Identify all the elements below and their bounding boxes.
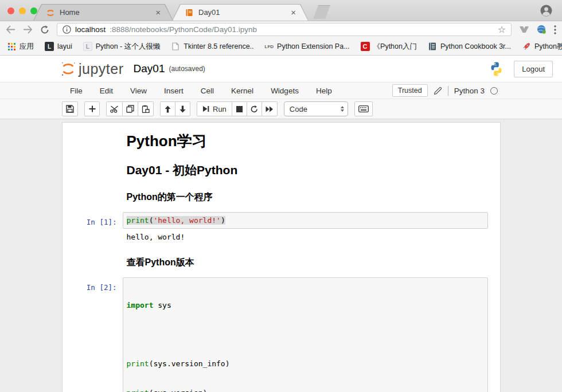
tab-title: Home — [60, 8, 151, 17]
bookmark-layui[interactable]: L layui — [45, 42, 72, 51]
keyboard-icon — [358, 105, 369, 112]
url-host: localhost — [75, 25, 106, 34]
cut-cell-button[interactable] — [106, 101, 123, 116]
fast-forward-icon — [266, 106, 274, 112]
run-label: Run — [213, 105, 227, 113]
command-palette-button[interactable] — [354, 101, 373, 116]
menu-insert[interactable]: Insert — [155, 87, 192, 95]
output-prompt — [63, 230, 123, 242]
tab-day01[interactable]: Day01 × — [172, 4, 309, 21]
restart-kernel-button[interactable] — [247, 101, 262, 116]
floppy-icon — [66, 105, 74, 113]
bookmark-python-extension[interactable]: LFD Python Extension Pa... — [265, 42, 350, 51]
notebook-menubar: File Edit View Insert Cell Kernel Widget… — [0, 82, 562, 99]
bookmarks-bar: 应用 L layui L Python - 这个人很懒 Tkinter 8.5 … — [0, 38, 562, 56]
bookmark-tkinter[interactable]: Tkinter 8.5 reference.. — [171, 42, 253, 51]
bookmark-python-blog[interactable]: L Python - 这个人很懒 — [83, 42, 161, 52]
select-spinner-icon — [341, 106, 344, 112]
url-bar[interactable]: localhost:8888/notebooks/PythonCode/Day0… — [57, 23, 512, 36]
tab-close-icon[interactable]: × — [291, 8, 296, 17]
restart-run-all-button[interactable] — [262, 101, 278, 116]
extension-v-icon[interactable] — [519, 26, 529, 33]
extension-globe-icon[interactable] — [537, 25, 547, 34]
bookmark-label: Tkinter 8.5 reference.. — [184, 42, 253, 50]
tab-title: Day01 — [198, 8, 286, 17]
jupyter-header: jupyter Day01 (autosaved) Logout — [0, 56, 562, 82]
code-line: print(sys.version_info) — [127, 359, 484, 369]
lfd-icon: LFD — [265, 42, 274, 51]
back-icon[interactable] — [6, 25, 15, 34]
new-tab-button[interactable] — [313, 5, 330, 19]
bookmark-python-cookbook[interactable]: Python Cookbook 3r... — [428, 42, 511, 51]
scissors-icon — [110, 105, 119, 113]
bookmark-star-icon[interactable]: ☆ — [498, 24, 506, 35]
bookmark-label: Python Extension Pa... — [277, 42, 349, 50]
menu-view[interactable]: View — [122, 87, 155, 95]
apps-grid-icon — [7, 42, 16, 51]
copy-cell-button[interactable] — [122, 101, 138, 116]
forward-icon[interactable] — [23, 25, 33, 34]
code-cell-1: In [1]: print('hello, world!') — [63, 212, 500, 229]
plus-icon — [89, 105, 96, 112]
notebook-page: Python学习 Day01 - 初始Python Python的第一个程序 I… — [62, 122, 501, 392]
logout-button[interactable]: Logout — [514, 61, 553, 77]
page-info-icon[interactable] — [63, 25, 71, 34]
tab-home[interactable]: Home × — [33, 4, 173, 21]
url-path: :8888/notebooks/PythonCode/Day01.ipynb — [110, 25, 493, 34]
menu-widgets[interactable]: Widgets — [262, 87, 307, 95]
jupyter-wordmark: jupyter — [79, 62, 124, 77]
bookmark-label: Python教程 — [534, 42, 562, 52]
code-input-area[interactable]: print('hello, world!') — [123, 212, 488, 229]
markdown-heading-1: Python学习 — [63, 132, 500, 150]
edit-title-pencil-icon[interactable] — [434, 87, 442, 95]
bookmark-label: Python Cookbook 3r... — [440, 42, 511, 50]
run-cell-button[interactable]: Run — [197, 101, 232, 116]
reload-icon[interactable] — [40, 25, 49, 34]
paste-cell-button[interactable] — [138, 101, 154, 116]
save-button[interactable] — [62, 101, 78, 116]
cell-type-select[interactable]: Code — [284, 101, 348, 116]
jupyter-logo[interactable]: jupyter — [60, 60, 124, 77]
bookmark-python-intro[interactable]: C 《Python入门 — [361, 42, 417, 52]
paste-icon — [142, 105, 150, 113]
jupyter-logo-icon — [60, 60, 77, 77]
notebook-title[interactable]: Day01 — [134, 62, 165, 75]
notebook-scroll-area[interactable]: Python学习 Day01 - 初始Python Python的第一个程序 I… — [0, 119, 562, 392]
move-cell-up-button[interactable] — [160, 101, 175, 116]
input-prompt: In [2]: — [63, 277, 123, 392]
interrupt-kernel-button[interactable] — [232, 101, 247, 116]
profile-avatar-icon[interactable] — [540, 5, 552, 17]
trusted-button[interactable]: Trusted — [392, 84, 428, 97]
tab-close-icon[interactable]: × — [155, 8, 161, 17]
menu-edit[interactable]: Edit — [91, 87, 122, 95]
page-icon — [171, 42, 180, 51]
autosave-status: (autosaved) — [169, 65, 205, 73]
browser-menu-icon[interactable] — [554, 25, 556, 34]
code-line: import sys — [127, 300, 484, 310]
output-text: hello, world! — [123, 230, 185, 242]
book-cover-icon — [428, 42, 437, 51]
stop-icon — [236, 106, 243, 112]
menu-file[interactable]: File — [62, 87, 91, 95]
bookmark-python-tutorial[interactable]: Python教程 — [522, 42, 562, 52]
arrow-down-icon — [179, 105, 186, 113]
bookmark-label: Python - 这个人很懒 — [96, 42, 161, 52]
close-window-button[interactable] — [7, 7, 14, 14]
output-area-1: hello, world! — [63, 230, 500, 242]
code-cell-2: In [2]: import sys print(sys.version_inf… — [63, 277, 500, 392]
arrow-up-icon — [165, 105, 171, 113]
input-prompt: In [1]: — [63, 212, 123, 229]
menu-kernel[interactable]: Kernel — [223, 87, 262, 95]
menu-cell[interactable]: Cell — [192, 87, 223, 95]
add-cell-button[interactable] — [84, 101, 100, 116]
minimize-window-button[interactable] — [19, 7, 26, 14]
code-input-area[interactable]: import sys print(sys.version_info) print… — [123, 277, 488, 392]
red-c-icon: C — [361, 42, 370, 51]
browser-toolbar: localhost:8888/notebooks/PythonCode/Day0… — [0, 21, 562, 38]
browser-window: Home × Day01 × — [0, 0, 562, 392]
jupyter-favicon-icon — [46, 8, 55, 17]
bookmark-apps[interactable]: 应用 — [7, 42, 34, 52]
bookmark-label: layui — [57, 42, 72, 50]
menu-help[interactable]: Help — [307, 87, 341, 95]
move-cell-down-button[interactable] — [175, 101, 190, 116]
